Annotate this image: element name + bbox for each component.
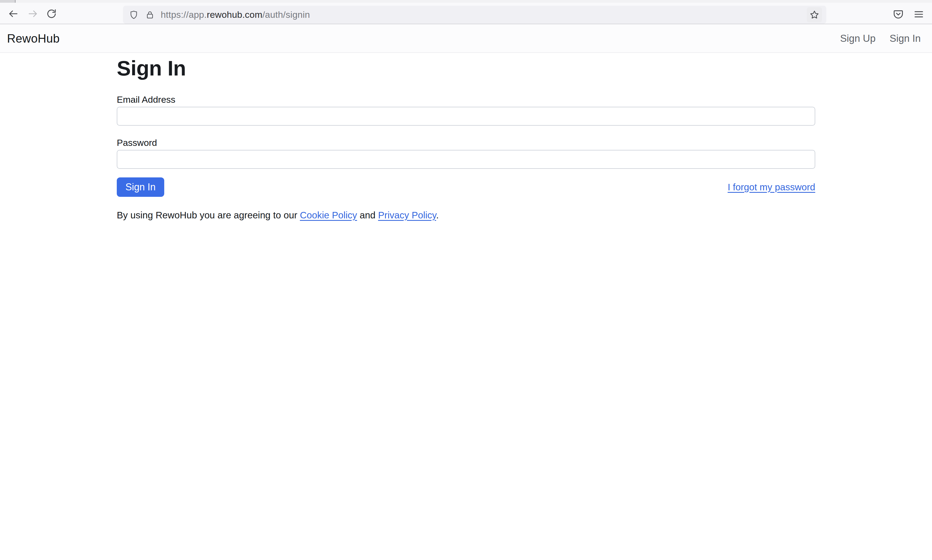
nav-sign-up-link[interactable]: Sign Up — [840, 33, 876, 44]
site-header: RewoHub Sign Up Sign In — [0, 25, 932, 53]
bookmark-star-icon — [809, 10, 820, 20]
forward-arrow-icon — [27, 8, 38, 19]
password-label: Password — [117, 138, 815, 147]
url-text[interactable]: https://app.rewohub.com/auth/signin — [161, 9, 310, 20]
tab-strip — [0, 0, 932, 3]
back-arrow-icon — [8, 8, 19, 19]
page-title: Sign In — [117, 58, 815, 79]
https-lock-icon[interactable] — [145, 10, 155, 20]
tab-divider — [15, 0, 15, 3]
tracking-protection-shield-icon[interactable] — [129, 10, 138, 20]
hamburger-menu-icon — [913, 9, 924, 20]
menu-button[interactable] — [913, 8, 925, 20]
tab-remnant — [0, 0, 15, 3]
form-actions: Sign In I forgot my password — [117, 177, 815, 197]
reload-icon — [46, 8, 57, 19]
brand-logo[interactable]: RewoHub — [7, 32, 60, 45]
cookie-policy-link[interactable]: Cookie Policy — [300, 210, 357, 220]
pocket-button[interactable] — [892, 8, 904, 20]
url-host: rewohub.com — [207, 9, 262, 20]
reload-button[interactable] — [45, 8, 58, 20]
url-scheme: https://app. — [161, 9, 207, 20]
forward-button[interactable] — [27, 8, 39, 20]
address-bar[interactable]: https://app.rewohub.com/auth/signin — [123, 6, 826, 24]
bookmark-button[interactable] — [807, 7, 822, 22]
agreement-text-between: and — [357, 210, 378, 220]
email-label: Email Address — [117, 95, 815, 104]
sign-in-page: Sign In Email Address Password Sign In I… — [117, 53, 815, 221]
agreement-text-before: By using RewoHub you are agreeing to our — [117, 210, 300, 220]
password-field[interactable] — [117, 150, 815, 169]
sign-in-button[interactable]: Sign In — [117, 177, 164, 197]
header-nav: Sign Up Sign In — [840, 33, 921, 44]
url-path: /auth/signin — [262, 9, 310, 20]
privacy-policy-link[interactable]: Privacy Policy — [378, 210, 436, 220]
agreement-text-after: . — [436, 210, 439, 220]
back-button[interactable] — [7, 8, 19, 20]
browser-toolbar: https://app.rewohub.com/auth/signin — [0, 3, 932, 24]
agreement-text: By using RewoHub you are agreeing to our… — [117, 209, 815, 221]
forgot-password-link[interactable]: I forgot my password — [727, 182, 815, 192]
email-field[interactable] — [117, 107, 815, 126]
nav-sign-in-link[interactable]: Sign In — [890, 33, 921, 44]
pocket-save-icon — [893, 9, 904, 20]
